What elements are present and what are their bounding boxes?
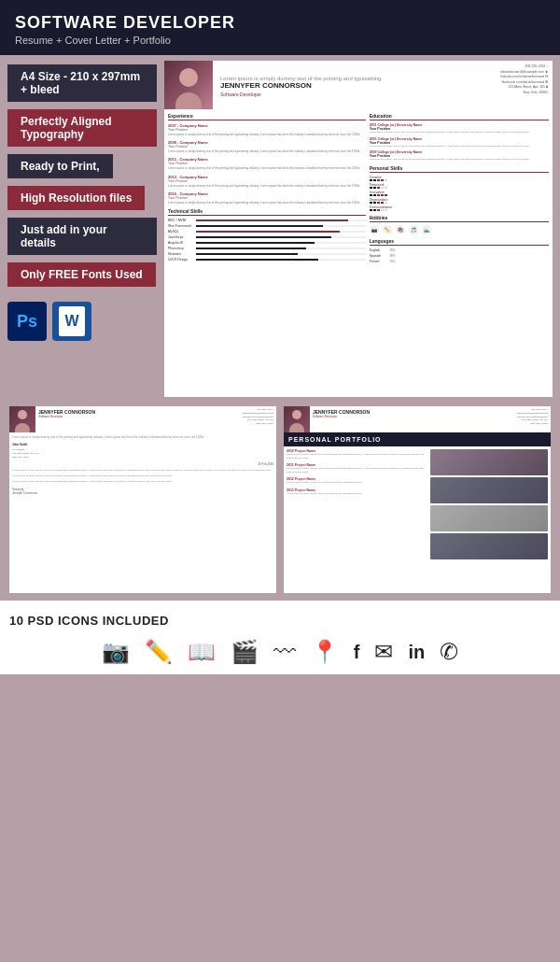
portfolio-images [430,449,548,561]
page-header: SOFTWARE DEVELOPER Resume + Cover Letter… [0,0,560,55]
tech-skills-title: Technical Skills [168,208,366,216]
languages-list: English 95% Spanish 80% French 65% [370,248,549,263]
personal-skills-list: Creative Teamwork Innovative Organizatio… [370,176,549,211]
jobs-list: 2007 - Company Name Your Position Lorem … [168,123,366,205]
cl-contact: 202-555-1234 ♪ adriankeonard@example.com… [240,406,276,432]
page-title: SOFTWARE DEVELOPER [15,13,545,33]
rc-full-name: JENNYFER CONNORSON [220,82,472,91]
tech-skills-section: Technical Skills MVC / MVM Slim Framewor… [168,208,366,262]
icons-section-title: 10 PSD ICONS INCLUDED [9,614,551,628]
rc-contact: 202-555-1234 ♪ adriankeonard@example.com… [478,61,553,109]
personal-skill-item: Teamwork [370,183,549,189]
languages-title: Languages [370,238,549,246]
resume-card: Lorem ipsum is simply dummy text of the … [164,61,553,397]
pencil-icon: ✏️ [145,639,173,665]
education-title: Education [370,113,549,120]
hobbies-title: Hobbies [370,215,549,222]
portfolio-body: 2010 Project Name Lorem ipsum is simply … [284,446,551,564]
tech-skill-row: AngularJS [168,241,366,245]
resume-preview: Lorem ipsum is simply dummy text of the … [164,61,553,397]
features-panel: A4 Size - 210 x 297mm + bleedPerfectly A… [7,61,157,397]
photoshop-icon: Ps [7,302,47,341]
rc-left-col: Experience 2007 - Company Name Your Posi… [168,113,366,265]
hobby-drawing: ✏️ [383,225,392,234]
tech-skill-row: MySQL [168,230,366,233]
phone-icon: ✆ [440,639,458,665]
hobby-swim: 🏊 [422,225,431,234]
job-item: 2007 - Company Name Your Position Lorem … [168,123,366,136]
film-icon: 🎬 [231,639,259,665]
software-icons-row: Ps [7,302,157,341]
portfolio-img-3 [430,505,548,531]
project-2-desc: Lorem ipsum is simply dummy text of the … [287,467,427,474]
hobby-books: 📚 [396,225,405,234]
cl-photo [9,406,35,432]
job-item: 2011 - Company Name Your Position Lorem … [168,157,366,170]
education-list: 2001 College (or) University Name Your P… [370,123,549,162]
languages-section: Languages English 95% Spanish 80% French… [370,238,549,263]
portfolio-projects: 2010 Project Name Lorem ipsum is simply … [287,449,427,561]
edu-item: 2005 College (or) University Name Your P… [370,137,549,149]
project-3: 2012 Project Name Lorem ipsum is simply … [287,477,427,485]
personal-skill-item: Communication [370,205,549,211]
pc-header: JENNYFER CONNORSON Software Developer 20… [284,406,551,432]
project-3-desc: Lorem ipsum is simply dummy text of the … [287,481,427,485]
portfolio-title: PERSONAL PORTFOLIO [284,432,551,446]
email-icon: ✉ [374,639,393,665]
portfolio-img-4 [430,533,548,559]
cl-name-area: JENNYFER CONNORSON Software Developer [35,406,240,432]
feature-details: Just add in your details [7,218,157,255]
project-1-desc: Lorem ipsum is simply dummy text of the … [287,453,427,460]
project-2: 2011 Project Name Lorem ipsum is simply … [287,463,427,474]
rc-right-col: Education 2001 College (or) University N… [370,113,549,265]
pc-body [289,423,304,432]
edu-item: 2001 College (or) University Name Your P… [370,123,549,134]
lang-item: Spanish 80% [370,254,549,258]
portfolio-img-2 [430,477,548,503]
job-item: 2016 - Company Name Your Position Lorem … [168,191,366,205]
linkedin-icon: in [408,642,425,663]
rc-photo [164,61,213,109]
pc-photo [284,406,310,432]
camera-icon: 📷 [102,639,130,665]
lang-item: English 95% [370,248,549,252]
feature-ready: Ready to Print, [7,154,113,178]
job-item: 2013 - Company Name Your Position Lorem … [168,175,366,188]
waves-icon: 〰 [273,639,296,665]
hobby-photography: 📷 [370,225,379,234]
portfolio-card: JENNYFER CONNORSON Software Developer 20… [284,406,551,593]
facebook-icon: f [354,642,360,663]
hobby-music: 🎵 [409,225,418,234]
tech-skill-row: UI/UX Design [168,258,366,262]
cl-header: JENNYFER CONNORSON Software Developer 20… [9,406,276,432]
personal-skill-item: Innovative [370,191,549,196]
pc-role: Software Developer [313,415,511,418]
rc-photo-face [179,68,198,87]
rc-body: Experience 2007 - Company Name Your Posi… [164,109,553,269]
icons-grid: 📷✏️📖🎬〰📍f✉in✆ [9,639,551,665]
feature-fonts: Only FREE Fonts Used [7,262,156,287]
rc-name-area: Lorem ipsum is simply dummy text of the … [213,61,478,109]
cover-letter-card: JENNYFER CONNORSON Software Developer 20… [9,406,276,593]
location-icon: 📍 [311,639,339,665]
personal-skills-section: Personal Skills Creative Teamwork Innova… [370,165,549,211]
project-4-desc: Lorem ipsum is simply dummy text of the … [287,492,427,496]
project-4: 2013 Project Name Lorem ipsum is simply … [287,488,427,496]
feature-typo: Perfectly Aligned Typography [7,109,157,147]
cl-face [18,410,27,419]
book-icon: 📖 [188,639,216,665]
cl-body-text: Lorem ipsum is simply dummy text of the … [9,432,276,499]
word-icon [52,302,91,341]
tech-skill-row: JavaScript [168,235,366,239]
page-subtitle: Resume + Cover Letter + Portfolio [15,35,545,46]
personal-skill-item: Creative [370,176,549,181]
experience-title: Experience [168,113,366,120]
job-item: 2009 - Company Name Your Position Lorem … [168,140,366,153]
pc-contact: 202-555-1234 ♪ adriankeonard@example.com… [514,406,551,432]
bottom-previews: JENNYFER CONNORSON Software Developer 20… [0,403,560,601]
portfolio-img-1 [430,449,548,475]
features-list: A4 Size - 210 x 297mm + bleedPerfectly A… [7,61,157,290]
feature-hires: High Resolution files [7,186,145,210]
tech-skill-row: Photoshop [168,247,366,250]
tech-skill-row: Slim Framework [168,224,366,228]
